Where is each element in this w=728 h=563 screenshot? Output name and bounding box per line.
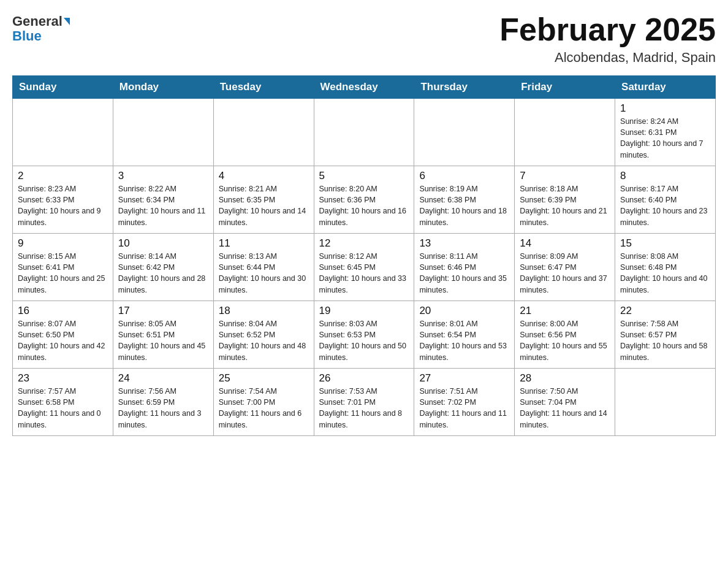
week-row-4: 16Sunrise: 8:07 AM Sunset: 6:50 PM Dayli… <box>13 301 716 369</box>
page-header: General Blue February 2025 Alcobendas, M… <box>12 12 716 66</box>
day-info: Sunrise: 8:07 AM Sunset: 6:50 PM Dayligh… <box>18 318 108 363</box>
day-info: Sunrise: 8:21 AM Sunset: 6:35 PM Dayligh… <box>219 183 309 228</box>
day-number: 17 <box>118 305 208 317</box>
header-thursday: Thursday <box>414 76 515 99</box>
table-row: 9Sunrise: 8:15 AM Sunset: 6:41 PM Daylig… <box>13 234 113 301</box>
calendar-title: February 2025 <box>499 12 716 47</box>
table-row: 6Sunrise: 8:19 AM Sunset: 6:38 PM Daylig… <box>414 166 515 234</box>
day-info: Sunrise: 8:17 AM Sunset: 6:40 PM Dayligh… <box>620 183 710 228</box>
day-number: 20 <box>419 305 509 317</box>
table-row: 13Sunrise: 8:11 AM Sunset: 6:46 PM Dayli… <box>414 234 515 301</box>
table-row: 25Sunrise: 7:54 AM Sunset: 7:00 PM Dayli… <box>213 369 314 436</box>
day-number: 14 <box>520 237 610 250</box>
table-row <box>414 99 515 166</box>
day-info: Sunrise: 8:19 AM Sunset: 6:38 PM Dayligh… <box>419 183 509 228</box>
day-number: 21 <box>520 305 610 317</box>
calendar-table: Sunday Monday Tuesday Wednesday Thursday… <box>12 75 716 436</box>
week-row-1: 1Sunrise: 8:24 AM Sunset: 6:31 PM Daylig… <box>13 99 716 166</box>
day-number: 24 <box>118 372 208 385</box>
day-number: 12 <box>319 237 409 250</box>
day-number: 23 <box>18 372 108 385</box>
day-info: Sunrise: 8:24 AM Sunset: 6:31 PM Dayligh… <box>620 116 710 161</box>
header-saturday: Saturday <box>615 76 716 99</box>
table-row <box>615 369 716 436</box>
table-row: 4Sunrise: 8:21 AM Sunset: 6:35 PM Daylig… <box>213 166 314 234</box>
logo-general-text: General <box>12 15 63 28</box>
day-info: Sunrise: 8:18 AM Sunset: 6:39 PM Dayligh… <box>520 183 610 228</box>
day-info: Sunrise: 7:51 AM Sunset: 7:02 PM Dayligh… <box>419 386 509 431</box>
week-row-2: 2Sunrise: 8:23 AM Sunset: 6:33 PM Daylig… <box>13 166 716 234</box>
title-block: February 2025 Alcobendas, Madrid, Spain <box>499 12 716 66</box>
day-info: Sunrise: 8:20 AM Sunset: 6:36 PM Dayligh… <box>319 183 409 228</box>
logo-blue-text: Blue <box>12 28 42 44</box>
day-number: 5 <box>319 170 409 182</box>
day-info: Sunrise: 8:09 AM Sunset: 6:47 PM Dayligh… <box>520 251 610 296</box>
table-row: 17Sunrise: 8:05 AM Sunset: 6:51 PM Dayli… <box>113 301 213 369</box>
day-info: Sunrise: 7:54 AM Sunset: 7:00 PM Dayligh… <box>219 386 309 431</box>
day-number: 8 <box>620 170 710 182</box>
day-number: 7 <box>520 170 610 182</box>
weekday-header-row: Sunday Monday Tuesday Wednesday Thursday… <box>13 76 716 99</box>
table-row: 1Sunrise: 8:24 AM Sunset: 6:31 PM Daylig… <box>615 99 716 166</box>
day-number: 15 <box>620 237 710 250</box>
day-info: Sunrise: 7:53 AM Sunset: 7:01 PM Dayligh… <box>319 386 409 431</box>
table-row: 20Sunrise: 8:01 AM Sunset: 6:54 PM Dayli… <box>414 301 515 369</box>
header-tuesday: Tuesday <box>213 76 314 99</box>
week-row-5: 23Sunrise: 7:57 AM Sunset: 6:58 PM Dayli… <box>13 369 716 436</box>
week-row-3: 9Sunrise: 8:15 AM Sunset: 6:41 PM Daylig… <box>13 234 716 301</box>
day-info: Sunrise: 8:15 AM Sunset: 6:41 PM Dayligh… <box>18 251 108 296</box>
table-row: 3Sunrise: 8:22 AM Sunset: 6:34 PM Daylig… <box>113 166 213 234</box>
table-row <box>113 99 213 166</box>
table-row: 15Sunrise: 8:08 AM Sunset: 6:48 PM Dayli… <box>615 234 716 301</box>
table-row: 22Sunrise: 7:58 AM Sunset: 6:57 PM Dayli… <box>615 301 716 369</box>
day-number: 28 <box>520 372 610 385</box>
day-number: 19 <box>319 305 409 317</box>
day-number: 26 <box>319 372 409 385</box>
day-info: Sunrise: 8:05 AM Sunset: 6:51 PM Dayligh… <box>118 318 208 363</box>
day-number: 4 <box>219 170 309 182</box>
table-row: 28Sunrise: 7:50 AM Sunset: 7:04 PM Dayli… <box>515 369 615 436</box>
day-info: Sunrise: 8:23 AM Sunset: 6:33 PM Dayligh… <box>18 183 108 228</box>
table-row: 7Sunrise: 8:18 AM Sunset: 6:39 PM Daylig… <box>515 166 615 234</box>
header-wednesday: Wednesday <box>314 76 414 99</box>
day-info: Sunrise: 8:08 AM Sunset: 6:48 PM Dayligh… <box>620 251 710 296</box>
day-number: 1 <box>620 102 710 115</box>
table-row <box>515 99 615 166</box>
day-info: Sunrise: 8:00 AM Sunset: 6:56 PM Dayligh… <box>520 318 610 363</box>
day-info: Sunrise: 8:14 AM Sunset: 6:42 PM Dayligh… <box>118 251 208 296</box>
table-row: 12Sunrise: 8:12 AM Sunset: 6:45 PM Dayli… <box>314 234 414 301</box>
table-row: 23Sunrise: 7:57 AM Sunset: 6:58 PM Dayli… <box>13 369 113 436</box>
table-row <box>213 99 314 166</box>
table-row: 14Sunrise: 8:09 AM Sunset: 6:47 PM Dayli… <box>515 234 615 301</box>
calendar-subtitle: Alcobendas, Madrid, Spain <box>499 50 716 66</box>
day-number: 27 <box>419 372 509 385</box>
day-info: Sunrise: 8:13 AM Sunset: 6:44 PM Dayligh… <box>219 251 309 296</box>
day-info: Sunrise: 7:50 AM Sunset: 7:04 PM Dayligh… <box>520 386 610 431</box>
day-number: 25 <box>219 372 309 385</box>
table-row: 16Sunrise: 8:07 AM Sunset: 6:50 PM Dayli… <box>13 301 113 369</box>
table-row <box>314 99 414 166</box>
day-number: 13 <box>419 237 509 250</box>
table-row: 5Sunrise: 8:20 AM Sunset: 6:36 PM Daylig… <box>314 166 414 234</box>
table-row: 21Sunrise: 8:00 AM Sunset: 6:56 PM Dayli… <box>515 301 615 369</box>
day-info: Sunrise: 8:04 AM Sunset: 6:52 PM Dayligh… <box>219 318 309 363</box>
day-info: Sunrise: 8:01 AM Sunset: 6:54 PM Dayligh… <box>419 318 509 363</box>
table-row: 2Sunrise: 8:23 AM Sunset: 6:33 PM Daylig… <box>13 166 113 234</box>
table-row: 19Sunrise: 8:03 AM Sunset: 6:53 PM Dayli… <box>314 301 414 369</box>
day-number: 18 <box>219 305 309 317</box>
table-row: 10Sunrise: 8:14 AM Sunset: 6:42 PM Dayli… <box>113 234 213 301</box>
table-row: 26Sunrise: 7:53 AM Sunset: 7:01 PM Dayli… <box>314 369 414 436</box>
table-row: 24Sunrise: 7:56 AM Sunset: 6:59 PM Dayli… <box>113 369 213 436</box>
day-number: 22 <box>620 305 710 317</box>
day-info: Sunrise: 8:22 AM Sunset: 6:34 PM Dayligh… <box>118 183 208 228</box>
table-row: 11Sunrise: 8:13 AM Sunset: 6:44 PM Dayli… <box>213 234 314 301</box>
day-number: 9 <box>18 237 108 250</box>
day-info: Sunrise: 8:12 AM Sunset: 6:45 PM Dayligh… <box>319 251 409 296</box>
day-info: Sunrise: 7:57 AM Sunset: 6:58 PM Dayligh… <box>18 386 108 431</box>
day-number: 10 <box>118 237 208 250</box>
day-info: Sunrise: 8:03 AM Sunset: 6:53 PM Dayligh… <box>319 318 409 363</box>
day-number: 3 <box>118 170 208 182</box>
day-number: 6 <box>419 170 509 182</box>
table-row: 27Sunrise: 7:51 AM Sunset: 7:02 PM Dayli… <box>414 369 515 436</box>
logo-triangle-icon <box>64 18 70 25</box>
